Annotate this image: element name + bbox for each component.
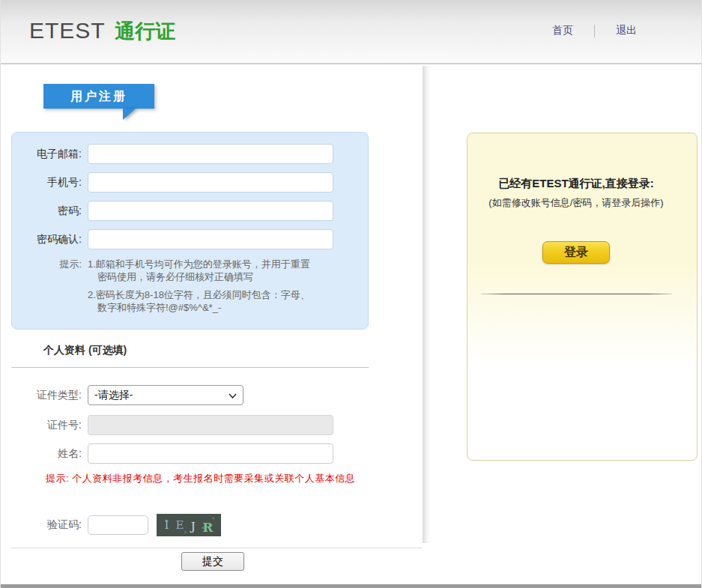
nav-home-link[interactable]: 首页 [552,24,573,37]
nav-separator [594,25,595,37]
email-row: 电子邮箱: [12,144,368,164]
id-number-field [88,415,333,435]
login-panel-subtitle: (如需修改账号信息/密码，请登录后操作) [468,196,685,210]
captcha-label: 验证码: [1,518,82,532]
name-field[interactable] [88,443,333,464]
hint-line-1: 1.邮箱和手机号均可作为您的登录账号，并用于重置 [88,258,310,270]
captcha-field[interactable] [88,515,148,535]
id-type-row: 证件类型: -请选择- [1,385,243,405]
login-button[interactable]: 登录 [542,241,610,264]
id-type-select[interactable]: -请选择- [88,385,243,405]
hint-line-2: 2.密码长度为8-18位字符，且必须同时包含：字母、 [88,288,310,301]
account-hints: 提示: 1.邮箱和手机号均可作为您的登录账号，并用于重置 密码使用，请务必仔细核… [12,258,368,319]
logo: ETEST 通行证 [29,18,175,45]
mobile-row: 手机号: [12,172,368,193]
tab-user-register: 用户注册 [43,84,154,109]
registration-column: 用户注册 电子邮箱: 手机号: 密码: 密码确认: 提示: [1,66,423,548]
email-label: 电子邮箱: [12,148,82,161]
id-number-row: 证件号: [1,415,333,435]
chevron-down-icon [229,393,237,398]
captcha-row: 验证码: I E J R [1,514,221,536]
password-field[interactable] [88,201,333,221]
password-confirm-row: 密码确认: [12,229,368,249]
login-column: 已经有ETEST通行证,直接登录: (如需修改账号信息/密码，请登录后操作) 登… [423,66,702,543]
id-number-label: 证件号: [1,419,82,432]
logo-pass-text: 通行证 [115,20,175,43]
page: ETEST 通行证 首页 退出 用户注册 电子邮箱: 手机号: 密码: [0,0,702,588]
name-label: 姓名: [1,447,82,461]
profile-warning-text: 提示: 个人资料非报考信息，考生报名时需要采集或关联个人基本信息 [46,472,355,485]
captcha-char-1: I [165,519,169,531]
page-bottom-bar [1,584,701,588]
captcha-image[interactable]: I E J R [157,514,221,536]
captcha-char-3: J [191,520,196,533]
password-confirm-label: 密码确认: [12,233,82,246]
name-row: 姓名: [1,443,333,464]
password-row: 密码: [12,201,368,221]
submit-button[interactable]: 提交 [181,552,244,571]
tab-user-register-label: 用户注册 [70,90,127,103]
header-nav: 首页 退出 [552,24,637,37]
login-panel: 已经有ETEST通行证,直接登录: (如需修改账号信息/密码，请登录后操作) 登… [467,133,698,461]
hint-line-2b: 数字和特殊字符!@#$%^&*_- [97,301,310,314]
hint-lines: 1.邮箱和手机号均可作为您的登录账号，并用于重置 密码使用，请务必仔细核对正确填… [88,258,310,319]
header: ETEST 通行证 首页 退出 [1,0,701,64]
login-panel-divider [481,294,672,294]
captcha-char-4: R [202,520,213,535]
mobile-label: 手机号: [12,176,82,190]
profile-section-title: 个人资料 (可选填) [11,344,369,368]
password-label: 密码: [12,204,82,218]
hint-line-1b: 密码使用，请务必仔细核对正确填写 [97,270,310,283]
account-form-panel: 电子邮箱: 手机号: 密码: 密码确认: 提示: 1.邮箱和手机号均可作为您的登… [11,132,369,330]
tab-tail-decoration [123,109,136,120]
captcha-char-2: E [176,518,184,532]
password-confirm-field[interactable] [88,229,333,249]
form-footer-divider [11,548,422,548]
mobile-field[interactable] [88,172,333,193]
hint-prefix: 提示: [12,258,82,319]
email-field[interactable] [88,144,333,164]
nav-logout-link[interactable]: 退出 [616,24,637,37]
id-type-label: 证件类型: [1,389,82,402]
id-type-selected-value: -请选择- [94,389,133,401]
login-panel-title: 已经有ETEST通行证,直接登录: [468,177,685,191]
logo-etest-text: ETEST [29,18,106,43]
